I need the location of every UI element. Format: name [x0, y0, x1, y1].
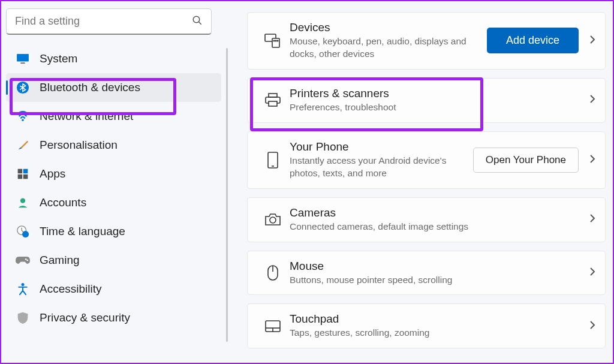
main-content: Devices Mouse, keyboard, pen, audio, dis…	[228, 1, 613, 363]
search-input[interactable]	[15, 15, 192, 28]
add-device-button[interactable]: Add device	[487, 28, 579, 53]
sidebar-item-label: Network & internet	[40, 110, 133, 123]
card-mouse[interactable]: Mouse Buttons, mouse pointer speed, scro…	[247, 251, 606, 296]
sidebar: System Bluetooth & devices Network & int…	[1, 1, 226, 363]
svg-rect-9	[23, 175, 28, 179]
card-subtitle: Connected cameras, default image setting…	[290, 221, 589, 233]
sidebar-item-label: Accessibility	[40, 282, 101, 296]
sidebar-item-accessibility[interactable]: Accessibility	[6, 275, 221, 303]
svg-point-19	[275, 40, 276, 41]
card-subtitle: Buttons, mouse pointer speed, scrolling	[290, 274, 589, 287]
phone-icon	[256, 151, 290, 169]
mouse-icon	[256, 264, 290, 281]
svg-line-1	[198, 22, 201, 25]
gamepad-icon	[6, 255, 40, 265]
sidebar-item-label: Personalisation	[40, 139, 118, 152]
card-devices[interactable]: Devices Mouse, keyboard, pen, audio, dis…	[247, 12, 606, 70]
svg-rect-17	[272, 38, 279, 47]
svg-point-15	[22, 283, 25, 286]
camera-icon	[256, 212, 290, 227]
sidebar-item-label: Bluetooth & devices	[40, 81, 140, 94]
svg-rect-6	[18, 169, 23, 174]
sidebar-item-personalisation[interactable]: Personalisation	[6, 131, 221, 160]
card-title: Cameras	[290, 206, 589, 219]
svg-rect-7	[23, 169, 28, 174]
card-subtitle: Mouse, keyboard, pen, audio, displays an…	[290, 35, 487, 61]
search-icon	[192, 15, 203, 28]
sidebar-item-accounts[interactable]: Accounts	[6, 188, 221, 217]
sidebar-item-privacy[interactable]: Privacy & security	[6, 303, 221, 332]
svg-point-10	[20, 198, 25, 203]
svg-rect-21	[269, 94, 277, 97]
sidebar-item-gaming[interactable]: Gaming	[6, 246, 221, 275]
card-subtitle: Taps, gestures, scrolling, zooming	[290, 327, 589, 339]
svg-rect-3	[20, 62, 25, 64]
svg-rect-23	[269, 101, 277, 106]
sidebar-item-system[interactable]: System	[6, 44, 221, 73]
card-subtitle: Instantly access your Android device's p…	[290, 155, 473, 180]
sidebar-item-label: System	[40, 52, 77, 65]
printer-icon	[256, 92, 290, 108]
system-icon	[6, 53, 40, 64]
wifi-icon	[6, 111, 40, 122]
sidebar-item-apps[interactable]: Apps	[6, 160, 221, 188]
svg-point-5	[22, 119, 24, 122]
search-box[interactable]	[6, 8, 212, 35]
touchpad-icon	[256, 320, 290, 333]
chevron-right-icon	[589, 154, 595, 166]
shield-icon	[6, 311, 40, 324]
sidebar-item-label: Accounts	[40, 196, 86, 209]
card-touchpad[interactable]: Touchpad Taps, gestures, scrolling, zoom…	[247, 303, 606, 348]
card-title: Mouse	[290, 260, 589, 273]
accessibility-icon	[6, 282, 40, 296]
sidebar-item-label: Apps	[40, 167, 65, 181]
brush-icon	[6, 139, 40, 152]
svg-point-18	[273, 40, 275, 41]
sidebar-item-bluetooth-devices[interactable]: Bluetooth & devices	[6, 73, 221, 102]
svg-rect-8	[18, 175, 23, 179]
svg-point-0	[193, 16, 200, 23]
svg-rect-2	[17, 54, 29, 62]
svg-point-13	[25, 258, 27, 260]
svg-point-12	[22, 231, 29, 237]
card-title: Printers & scanners	[290, 87, 589, 100]
sidebar-item-label: Gaming	[40, 254, 80, 267]
card-title: Your Phone	[290, 140, 473, 154]
clock-globe-icon	[6, 225, 40, 238]
bluetooth-icon	[6, 81, 40, 94]
sidebar-item-label: Time & language	[40, 225, 125, 238]
apps-icon	[6, 168, 40, 180]
card-your-phone[interactable]: Your Phone Instantly access your Android…	[247, 131, 606, 189]
card-cameras[interactable]: Cameras Connected cameras, default image…	[247, 197, 606, 242]
sidebar-item-network[interactable]: Network & internet	[6, 102, 221, 131]
card-title: Touchpad	[290, 312, 589, 326]
devices-icon	[256, 33, 290, 49]
card-title: Devices	[290, 21, 487, 34]
svg-point-20	[277, 40, 278, 41]
chevron-right-icon	[589, 35, 595, 47]
chevron-right-icon	[589, 94, 595, 106]
chevron-right-icon	[589, 213, 595, 225]
sidebar-item-time-language[interactable]: Time & language	[6, 217, 221, 246]
sidebar-item-label: Privacy & security	[40, 311, 130, 324]
svg-point-26	[270, 217, 276, 223]
person-icon	[6, 197, 40, 209]
open-your-phone-button[interactable]: Open Your Phone	[473, 148, 579, 173]
card-printers-scanners[interactable]: Printers & scanners Preferences, trouble…	[247, 78, 606, 123]
chevron-right-icon	[589, 320, 595, 332]
svg-point-14	[26, 260, 28, 261]
svg-rect-24	[268, 152, 278, 168]
card-subtitle: Preferences, troubleshoot	[290, 101, 589, 114]
chevron-right-icon	[589, 267, 595, 279]
